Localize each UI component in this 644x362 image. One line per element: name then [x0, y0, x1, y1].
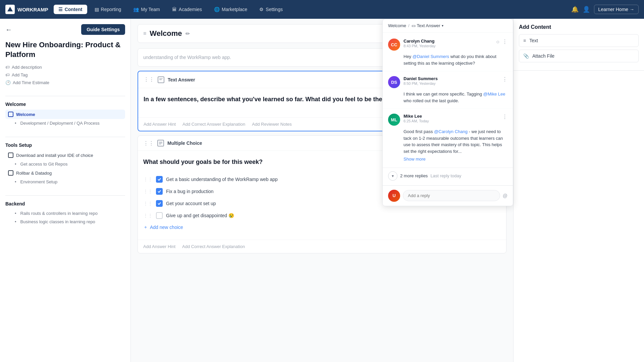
- reply-avatar-initials: U: [388, 190, 400, 202]
- more-replies-text[interactable]: 2 more replies: [400, 173, 428, 178]
- mc-add-explanation-action[interactable]: Add Correct Answer Explanation: [182, 244, 245, 249]
- top-navigation: WORKRAMP ☰ Content ▤ Reporting 👥 My Team…: [0, 0, 644, 19]
- sidebar-item-welcome[interactable]: Welcome: [5, 110, 125, 119]
- choice-drag-3[interactable]: ⋮⋮: [143, 201, 153, 206]
- choice-drag-4[interactable]: ⋮⋮: [143, 213, 153, 218]
- more-options-icon-mike[interactable]: ⋮: [502, 114, 507, 120]
- reply-input[interactable]: [403, 190, 500, 201]
- page-icon: [8, 112, 13, 117]
- breadcrumb-parent-link[interactable]: Welcome: [388, 23, 406, 28]
- content-icon: ☰: [58, 7, 63, 12]
- text-answer-icon: [158, 76, 164, 83]
- avatar-mike: ML: [388, 114, 400, 126]
- settings-icon: ⚙: [259, 7, 264, 12]
- sidebar-meta: 🏷 Add description 🏷 Add Tag 🕐 Add Time E…: [5, 65, 125, 85]
- mention-carolyn[interactable]: @Carolyn Chang: [434, 129, 468, 134]
- add-content-section: Add Content ≡ Text 📎 Attach File: [514, 19, 644, 71]
- svg-rect-5: [159, 144, 161, 144]
- plus-icon: ＋: [143, 224, 148, 230]
- add-explanation-action[interactable]: Add Correct Answer Explanation: [182, 122, 245, 127]
- add-hint-action[interactable]: Add Answer Hint: [144, 122, 176, 127]
- comment-time-mike: 6:25 AM, Today: [404, 119, 499, 123]
- sidebar-subitem-deployment[interactable]: Development / Deployment / QA Process: [5, 119, 125, 127]
- collapse-replies-button[interactable]: ▾: [388, 171, 397, 181]
- at-mention-icon[interactable]: @: [503, 193, 507, 198]
- avatar-daniel: DS: [388, 76, 400, 88]
- sidebar-subitem-env[interactable]: Environment Setup: [5, 178, 125, 186]
- reorder-icon[interactable]: ≡: [143, 31, 146, 37]
- learner-home-button[interactable]: Learner Home →: [594, 5, 639, 14]
- nav-item-academies[interactable]: 🏛 Academies: [167, 5, 207, 14]
- add-description-item[interactable]: 🏷 Add description: [5, 65, 125, 70]
- choice-drag-2[interactable]: ⋮⋮: [143, 189, 153, 194]
- reply-input-row: U @: [383, 185, 513, 206]
- edit-icon[interactable]: ✏: [185, 31, 190, 37]
- add-tag-item[interactable]: 🏷 Add Tag: [5, 72, 125, 77]
- breadcrumb-current-item[interactable]: ▭ Text Answer ▾: [412, 23, 443, 28]
- notifications-icon[interactable]: 🔔: [571, 6, 579, 13]
- comment-mike-part1: Good first pass: [404, 129, 434, 134]
- sidebar-subitem-business[interactable]: Business logic classes in learning repo: [5, 218, 125, 226]
- nav-item-myteam[interactable]: 👥 My Team: [128, 5, 165, 14]
- nav-item-settings[interactable]: ⚙ Settings: [255, 5, 287, 14]
- choice-item-4: ⋮⋮ Give up and get disappointed 😢: [143, 209, 501, 222]
- choice-checkbox-2[interactable]: [156, 188, 163, 195]
- comment-actions-mike: ⋮: [502, 114, 507, 120]
- logo[interactable]: WORKRAMP: [5, 5, 48, 14]
- nav-item-marketplace[interactable]: 🌐 Marketplace: [209, 5, 252, 14]
- mention-daniel[interactable]: @Daniel Summers: [413, 54, 449, 59]
- nav-item-reporting[interactable]: ▤ Reporting: [90, 5, 126, 14]
- comment-meta-carolyn: Carolyn Chang 8:43 PM, Yesterday: [404, 39, 493, 48]
- more-options-icon-carolyn[interactable]: ⋮: [502, 39, 507, 45]
- sidebar-item-ide[interactable]: Download and install your IDE of choice: [5, 150, 125, 160]
- comment-text-part1: Hey: [404, 54, 413, 59]
- avatar-carolyn: CC: [388, 39, 400, 51]
- resolve-icon-carolyn[interactable]: ○: [496, 39, 499, 45]
- drag-handle-mc-icon[interactable]: ⋮⋮: [143, 140, 154, 146]
- section-label-tools: Tools Setup: [5, 142, 125, 148]
- logo-text: WORKRAMP: [17, 7, 48, 12]
- page-icon-3: [8, 170, 13, 176]
- comment-author-carolyn: Carolyn Chang: [404, 39, 493, 44]
- guide-settings-button[interactable]: Guide Settings: [81, 24, 125, 35]
- choice-checkbox-4[interactable]: [156, 212, 163, 219]
- mention-mike[interactable]: @Mike Lee: [483, 92, 505, 97]
- add-text-item[interactable]: ≡ Text: [519, 34, 639, 47]
- divider3: [5, 195, 125, 196]
- add-file-item[interactable]: 📎 Attach File: [519, 50, 639, 62]
- show-more-button[interactable]: Show more: [404, 156, 507, 163]
- sidebar-subitem-git[interactable]: Get access to Git Repos: [5, 160, 125, 168]
- mc-add-hint-action[interactable]: Add Answer Hint: [143, 244, 175, 249]
- choice-checkbox-1[interactable]: [156, 176, 163, 183]
- comment-item-mike: ML Mike Lee 6:25 AM, Today ⋮ Good first …: [383, 109, 513, 168]
- comment-header-daniel: DS Daniel Summers 8:50 PM, Yesterday ⋮: [388, 76, 507, 88]
- comment-item-daniel: DS Daniel Summers 8:50 PM, Yesterday ⋮ I…: [383, 71, 513, 109]
- svg-rect-2: [159, 79, 162, 80]
- drag-handle-icon[interactable]: ⋮⋮: [144, 76, 154, 83]
- section-label-backend: Backend: [5, 201, 125, 206]
- content-title-area: ≡ Welcome ✏: [143, 29, 190, 38]
- avatar-carolyn-initials: CC: [388, 39, 400, 51]
- more-options-icon-daniel[interactable]: ⋮: [502, 76, 507, 82]
- sidebar-subitem-rails[interactable]: Rails routs & controllers in learning re…: [5, 209, 125, 218]
- choice-drag-1[interactable]: ⋮⋮: [143, 177, 153, 182]
- nav-item-content[interactable]: ☰ Content: [54, 5, 87, 14]
- sidebar-top: ← Guide Settings: [5, 24, 125, 35]
- comment-actions-daniel: ⋮: [502, 76, 507, 82]
- comment-daniel-part1: I think we can get more specific. Taggin…: [404, 92, 483, 97]
- add-time-estimate-item[interactable]: 🕐 Add Time Estimate: [5, 80, 125, 85]
- avatar-mike-initials: ML: [388, 114, 400, 126]
- user-avatar-icon[interactable]: 👤: [583, 6, 590, 13]
- add-choice-button[interactable]: ＋ Add new choice: [143, 222, 501, 233]
- choice-checkbox-3[interactable]: [156, 200, 163, 207]
- academies-icon: 🏛: [172, 7, 177, 12]
- sidebar-item-rollbar[interactable]: Rollbar & Datadog: [5, 168, 125, 178]
- label-icon: 🏷: [5, 72, 10, 77]
- divider2: [5, 137, 125, 137]
- nav-right: 🔔 👤 Learner Home →: [571, 5, 639, 14]
- back-button[interactable]: ←: [5, 26, 12, 34]
- choice-text-1: Get a basic understanding of the WorkRam…: [166, 177, 278, 182]
- add-reviewer-notes-action[interactable]: Add Reviewer Notes: [252, 122, 292, 127]
- nav-section-backend: Backend Rails routs & controllers in lea…: [5, 200, 125, 226]
- comments-overlay-panel: Welcome / ▭ Text Answer ▾ CC Carolyn Cha…: [382, 19, 513, 206]
